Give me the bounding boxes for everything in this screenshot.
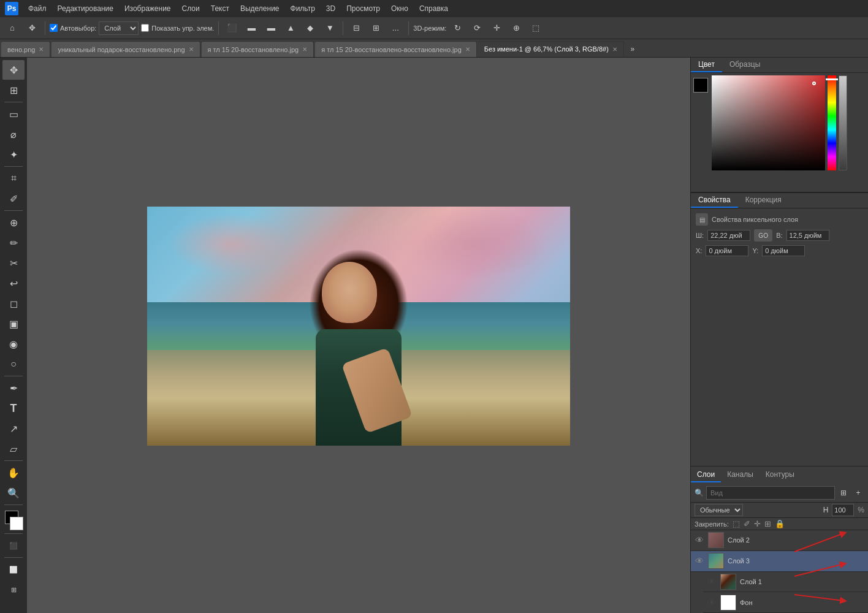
brush-tool[interactable]: ✏ <box>2 233 25 253</box>
menu-window[interactable]: Окно <box>386 3 413 14</box>
align-left-btn[interactable]: ⬛ <box>223 20 240 37</box>
layer-1-visibility[interactable]: 👁 <box>695 556 704 566</box>
more-btn[interactable]: ... <box>387 20 404 37</box>
opacity-input[interactable] <box>832 504 854 516</box>
tab-color[interactable]: Цвет <box>691 58 722 72</box>
lock-artboards2-icon[interactable]: ⊞ <box>764 519 771 528</box>
text-tool[interactable]: T <box>2 398 25 418</box>
heal-tool[interactable]: ⊕ <box>2 213 25 232</box>
menu-select[interactable]: Выделение <box>235 3 284 14</box>
move-tool-button[interactable]: ✥ <box>23 20 40 37</box>
marquee-tool[interactable]: ▭ <box>2 104 25 124</box>
width-value[interactable] <box>707 230 750 241</box>
artboard-tool[interactable]: ⊞ <box>2 80 25 100</box>
screen-mode-btn[interactable]: ⬜ <box>2 560 25 579</box>
3d-scale-btn[interactable]: ⬚ <box>527 20 544 37</box>
layer-3-visibility[interactable]: 👁 <box>707 598 717 607</box>
hand-tool[interactable]: ✋ <box>2 463 25 482</box>
layers-add-btn[interactable]: + <box>852 487 864 499</box>
extras-btn[interactable]: ⊞ <box>2 580 25 600</box>
tab-layers[interactable]: Слои <box>691 468 721 482</box>
tab-0[interactable]: вено.png ✕ <box>1 41 50 57</box>
tab-4-close[interactable]: ✕ <box>612 46 617 53</box>
gradient-tool[interactable]: ▣ <box>2 314 25 333</box>
tab-3-close[interactable]: ✕ <box>465 46 470 53</box>
goto-button[interactable]: GO <box>754 229 772 242</box>
color-swatches[interactable] <box>2 509 25 531</box>
autoselect-checkbox[interactable] <box>50 24 58 32</box>
quick-mask-btn[interactable]: ⬛ <box>2 536 25 555</box>
tab-1[interactable]: уникальный подарок-восстановлено.png ✕ <box>51 41 200 57</box>
lock-all-icon[interactable]: 🔒 <box>775 519 785 528</box>
background-color[interactable] <box>10 517 23 530</box>
history-tool[interactable]: ↩ <box>2 273 25 293</box>
opacity-slider[interactable] <box>839 75 847 170</box>
distribute-h-btn[interactable]: ⊟ <box>348 20 365 37</box>
3d-orbit-btn[interactable]: ⟳ <box>468 20 485 37</box>
eraser-tool[interactable]: ◻ <box>2 294 25 313</box>
x-value[interactable] <box>706 245 748 256</box>
tab-2[interactable]: я тл 15 20-восстановлено.jpg ✕ <box>202 41 314 57</box>
lock-pixels-icon[interactable]: ⬚ <box>733 519 740 528</box>
dodge-tool[interactable]: ○ <box>2 354 25 374</box>
tab-channels[interactable]: Каналы <box>721 468 760 482</box>
layer-item-1[interactable]: 👁 Слой 3 <box>691 551 868 572</box>
3d-slide-btn[interactable]: ⊕ <box>508 20 525 37</box>
height-value[interactable] <box>786 230 829 241</box>
blur-tool[interactable]: ◉ <box>2 334 25 354</box>
align-mid-btn[interactable]: ◆ <box>302 20 319 37</box>
layers-filter-btn[interactable]: ⊞ <box>837 487 850 499</box>
clone-tool[interactable]: ✂ <box>2 253 25 273</box>
magic-wand-tool[interactable]: ✦ <box>2 145 25 164</box>
crop-tool[interactable]: ⌗ <box>2 169 25 188</box>
tab-0-close[interactable]: ✕ <box>39 46 44 53</box>
3d-pan-btn[interactable]: ✛ <box>488 20 505 37</box>
eyedropper-tool[interactable]: ✐ <box>2 189 25 208</box>
layer-item-0[interactable]: 👁 Слой 2 <box>691 530 868 551</box>
menu-edit[interactable]: Редактирование <box>53 3 118 14</box>
home-button[interactable]: ⌂ <box>4 20 21 37</box>
tabs-overflow-btn[interactable]: » <box>625 41 640 57</box>
blend-mode-select[interactable]: Обычные <box>695 504 743 516</box>
menu-view[interactable]: Просмотр <box>341 3 385 14</box>
lasso-tool[interactable]: ⌀ <box>2 124 25 144</box>
tab-2-close[interactable]: ✕ <box>302 46 307 53</box>
show-controls-checkbox[interactable] <box>141 24 149 32</box>
move-tool[interactable]: ✥ <box>2 60 25 80</box>
tab-4[interactable]: Без имени-1 @ 66,7% (Слой 3, RGB/8#) ✕ <box>478 41 624 57</box>
y-value[interactable] <box>762 245 805 256</box>
color-swatch-small[interactable] <box>693 78 708 93</box>
menu-image[interactable]: Изображение <box>120 3 176 14</box>
tab-3[interactable]: я тл 15 20-восстановлено-восстановлено.j… <box>315 41 477 57</box>
pen-tool[interactable]: ✒ <box>2 378 25 398</box>
menu-text[interactable]: Текст <box>206 3 234 14</box>
color-gradient-picker[interactable] <box>712 75 825 170</box>
shape-tool[interactable]: ▱ <box>2 439 25 459</box>
layers-search-input[interactable] <box>706 486 835 500</box>
zoom-tool[interactable]: 🔍 <box>2 483 25 503</box>
lock-artboards-icon[interactable]: ✛ <box>754 519 761 528</box>
menu-layers[interactable]: Слои <box>177 3 205 14</box>
distribute-v-btn[interactable]: ⊞ <box>367 20 384 37</box>
hue-slider[interactable] <box>828 75 836 170</box>
autoselect-select[interactable]: Слой Группа <box>99 21 139 35</box>
tab-corrections[interactable]: Коррекция <box>738 193 789 208</box>
layer-item-2[interactable]: 👁 Слой 1 <box>703 572 868 593</box>
align-center-btn[interactable]: ▬ <box>243 20 260 37</box>
layer-2-visibility[interactable]: 👁 <box>707 577 717 587</box>
menu-help[interactable]: Справка <box>414 3 453 14</box>
tab-swatches[interactable]: Образцы <box>722 58 767 72</box>
tab-properties[interactable]: Свойства <box>691 193 738 208</box>
align-bottom-btn[interactable]: ▼ <box>321 20 338 37</box>
menu-3d[interactable]: 3D <box>321 3 340 14</box>
path-tool[interactable]: ↗ <box>2 419 25 438</box>
tab-paths[interactable]: Контуры <box>760 468 801 482</box>
align-right-btn[interactable]: ▬ <box>262 20 280 37</box>
3d-rotate-btn[interactable]: ↻ <box>449 20 466 37</box>
layer-0-visibility[interactable]: 👁 <box>695 535 704 545</box>
lock-position-icon[interactable]: ✐ <box>744 519 750 528</box>
menu-file[interactable]: Файл <box>23 3 51 14</box>
align-top-btn[interactable]: ▲ <box>282 20 299 37</box>
menu-filter[interactable]: Фильтр <box>286 3 320 14</box>
layer-item-3[interactable]: 👁 Фон <box>703 592 868 613</box>
